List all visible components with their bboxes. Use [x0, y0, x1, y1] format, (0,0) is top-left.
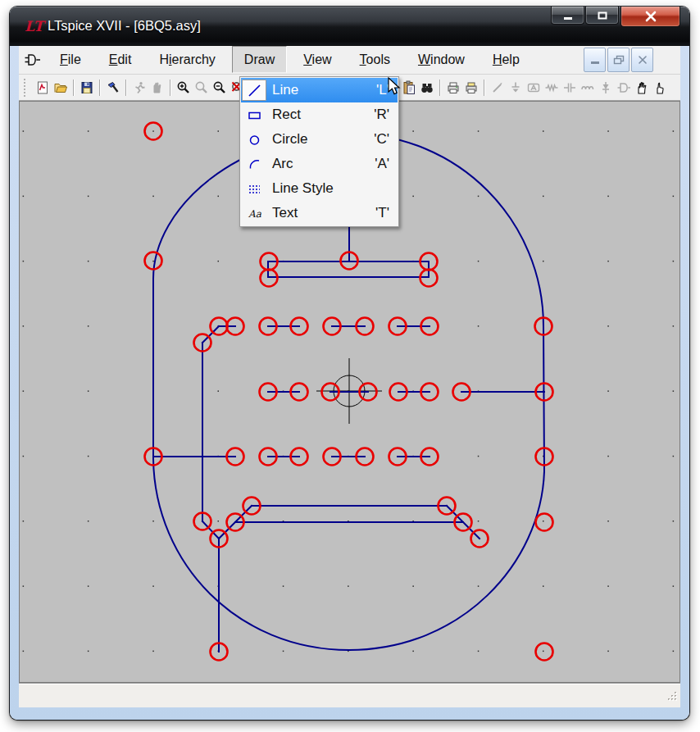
menu-item-shortcut: 'R'	[374, 107, 398, 123]
arc-icon	[242, 153, 266, 175]
menu-item-label: Arc	[266, 156, 375, 172]
menu-window[interactable]: Window	[407, 46, 476, 73]
zoom-in-icon[interactable]	[175, 78, 193, 98]
menu-item-shortcut: 'C'	[374, 131, 398, 148]
print-preview-icon[interactable]	[462, 78, 480, 98]
control-panel-icon[interactable]	[104, 78, 122, 98]
toolbar-grip[interactable]	[24, 79, 28, 97]
mouse-cursor-icon	[387, 77, 403, 100]
toolbar-separator	[170, 80, 171, 96]
menu-edit[interactable]: Edit	[98, 46, 143, 73]
mdi-minimize-button[interactable]	[584, 48, 606, 72]
menu-item-label: Line	[266, 82, 376, 98]
window-title: LTspice XVII - [6BQ5.asy]	[48, 7, 201, 46]
line-style-icon	[242, 178, 266, 199]
draw-menu-item-line-style[interactable]: Line Style	[241, 176, 398, 201]
menu-item-label: Circle	[266, 131, 374, 148]
draw-menu-item-circle[interactable]: Circle'C'	[241, 127, 398, 152]
menu-item-label: Text	[266, 205, 375, 221]
inductor-icon	[579, 78, 597, 98]
menu-draw[interactable]: Draw	[232, 46, 287, 73]
menu-view[interactable]: View	[292, 46, 343, 73]
draw-menu-item-text[interactable]: AaText'T'	[241, 201, 398, 225]
title-bar[interactable]: LT LTspice XVII - [6BQ5.asy]	[10, 7, 689, 46]
draw-menu-item-line[interactable]: Line'L'	[241, 78, 398, 102]
menu-file[interactable]: File	[48, 46, 93, 73]
ltspice-logo-icon: LT	[25, 17, 46, 35]
open-icon[interactable]	[52, 78, 70, 98]
toolbar-separator	[99, 80, 101, 96]
menu-bar: FileEditHierarchyDrawViewToolsWindowHelp	[19, 46, 680, 75]
minimize-button[interactable]	[551, 7, 584, 25]
menu-tools[interactable]: Tools	[348, 46, 402, 73]
zoom-back-icon	[193, 78, 211, 98]
resistor-icon	[543, 78, 561, 98]
toolbar-separator	[73, 80, 75, 96]
halt-icon	[148, 78, 166, 98]
print-icon[interactable]	[444, 78, 462, 98]
draw-dropdown-menu: Line'L'Rect'R'Circle'C'Arc'A'Line StyleA…	[239, 76, 399, 227]
menu-item-shortcut: 'T'	[375, 205, 398, 221]
mdi-close-button[interactable]	[631, 48, 653, 72]
circle-icon	[242, 129, 266, 150]
maximize-button[interactable]	[585, 7, 619, 25]
diode-icon	[597, 78, 615, 98]
status-bar	[19, 683, 680, 707]
draw-menu-item-rect[interactable]: Rect'R'	[241, 102, 398, 127]
line-icon	[242, 80, 266, 101]
menu-help[interactable]: Help	[481, 46, 531, 73]
zoom-out-icon[interactable]	[211, 78, 229, 98]
toolbar-separator	[439, 80, 441, 96]
component-icon	[615, 78, 633, 98]
capacitor-icon	[561, 78, 579, 98]
menu-item-label: Line Style	[266, 180, 389, 197]
toolbar-separator	[125, 80, 127, 96]
drag-hand-icon[interactable]	[651, 78, 669, 98]
mdi-restore-button[interactable]	[607, 48, 630, 72]
find-icon[interactable]	[418, 78, 436, 98]
run-icon	[130, 78, 148, 98]
close-button[interactable]	[620, 7, 680, 27]
toolbar-separator	[484, 80, 485, 96]
new-symbol-icon[interactable]	[34, 78, 52, 98]
screen: LT LTspice XVII - [6BQ5.asy] FileEditHie…	[0, 0, 700, 732]
save-icon[interactable]	[78, 78, 96, 98]
move-hand-icon[interactable]	[633, 78, 651, 98]
label-icon	[525, 78, 543, 98]
menu-item-label: Rect	[266, 107, 374, 123]
ground-icon	[507, 78, 525, 98]
menu-hierarchy[interactable]: Hierarchy	[148, 46, 226, 73]
wire-icon	[489, 78, 507, 98]
menu-item-shortcut: 'A'	[375, 156, 398, 172]
symbol-document-icon[interactable]	[24, 52, 42, 68]
svg-text:Aa: Aa	[248, 208, 262, 220]
resize-grip-icon[interactable]	[665, 689, 678, 704]
text-icon: Aa	[242, 202, 266, 224]
rect-icon	[242, 104, 266, 125]
draw-menu-item-arc[interactable]: Arc'A'	[241, 152, 398, 176]
